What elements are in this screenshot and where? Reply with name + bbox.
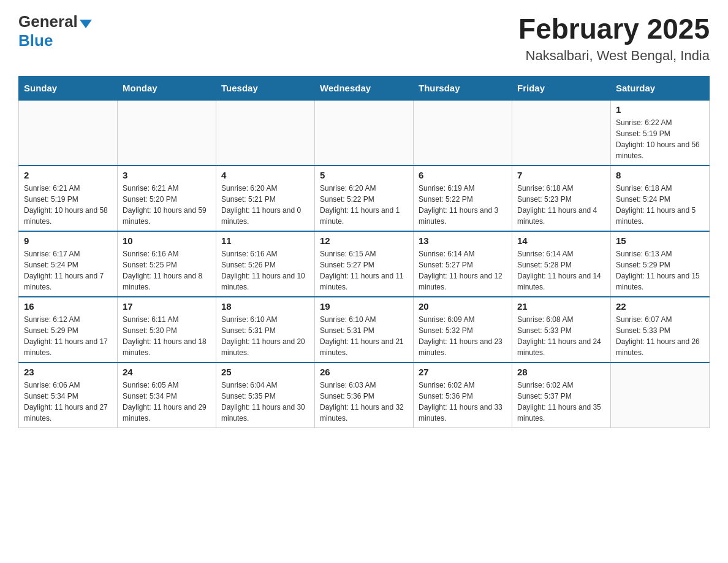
calendar-cell: 28Sunrise: 6:02 AM Sunset: 5:37 PM Dayli… xyxy=(512,362,611,428)
day-info: Sunrise: 6:07 AM Sunset: 5:33 PM Dayligh… xyxy=(616,314,704,358)
logo: General Blue xyxy=(18,12,92,50)
day-info: Sunrise: 6:10 AM Sunset: 5:31 PM Dayligh… xyxy=(320,314,408,358)
calendar-cell: 26Sunrise: 6:03 AM Sunset: 5:36 PM Dayli… xyxy=(315,362,414,428)
calendar-cell xyxy=(118,100,216,166)
calendar-cell: 17Sunrise: 6:11 AM Sunset: 5:30 PM Dayli… xyxy=(118,297,216,362)
calendar-cell: 5Sunrise: 6:20 AM Sunset: 5:22 PM Daylig… xyxy=(315,166,414,231)
day-number: 10 xyxy=(123,236,211,246)
day-number: 9 xyxy=(24,236,112,246)
calendar-cell xyxy=(414,100,512,166)
calendar-cell: 14Sunrise: 6:14 AM Sunset: 5:28 PM Dayli… xyxy=(512,231,611,297)
calendar-cell: 25Sunrise: 6:04 AM Sunset: 5:35 PM Dayli… xyxy=(216,362,315,428)
day-number: 27 xyxy=(419,367,507,377)
calendar-cell xyxy=(315,100,414,166)
day-number: 3 xyxy=(123,170,211,180)
day-info: Sunrise: 6:15 AM Sunset: 5:27 PM Dayligh… xyxy=(320,248,408,293)
calendar-header-sunday: Sunday xyxy=(19,77,118,101)
day-number: 19 xyxy=(320,301,408,312)
calendar-cell: 16Sunrise: 6:12 AM Sunset: 5:29 PM Dayli… xyxy=(19,297,118,362)
day-number: 2 xyxy=(24,170,112,180)
day-info: Sunrise: 6:11 AM Sunset: 5:30 PM Dayligh… xyxy=(123,314,211,358)
day-info: Sunrise: 6:10 AM Sunset: 5:31 PM Dayligh… xyxy=(221,314,309,358)
day-number: 11 xyxy=(221,236,309,246)
day-number: 21 xyxy=(517,301,605,312)
calendar-cell xyxy=(611,362,710,428)
calendar-week-4: 16Sunrise: 6:12 AM Sunset: 5:29 PM Dayli… xyxy=(19,297,710,362)
day-number: 13 xyxy=(419,236,507,246)
calendar-cell: 20Sunrise: 6:09 AM Sunset: 5:32 PM Dayli… xyxy=(414,297,512,362)
day-number: 15 xyxy=(616,236,704,246)
day-number: 12 xyxy=(320,236,408,246)
calendar-header-row: SundayMondayTuesdayWednesdayThursdayFrid… xyxy=(19,77,710,101)
calendar-header-thursday: Thursday xyxy=(414,77,512,101)
calendar-cell: 22Sunrise: 6:07 AM Sunset: 5:33 PM Dayli… xyxy=(611,297,710,362)
day-info: Sunrise: 6:20 AM Sunset: 5:22 PM Dayligh… xyxy=(320,183,408,227)
calendar-cell xyxy=(216,100,315,166)
day-info: Sunrise: 6:12 AM Sunset: 5:29 PM Dayligh… xyxy=(24,314,112,358)
day-info: Sunrise: 6:19 AM Sunset: 5:22 PM Dayligh… xyxy=(419,183,507,227)
calendar-header-wednesday: Wednesday xyxy=(315,77,414,101)
logo-blue-text: Blue xyxy=(18,31,53,50)
calendar-cell: 13Sunrise: 6:14 AM Sunset: 5:27 PM Dayli… xyxy=(414,231,512,297)
day-info: Sunrise: 6:14 AM Sunset: 5:28 PM Dayligh… xyxy=(517,248,605,293)
day-info: Sunrise: 6:17 AM Sunset: 5:24 PM Dayligh… xyxy=(24,248,112,293)
day-info: Sunrise: 6:16 AM Sunset: 5:25 PM Dayligh… xyxy=(123,248,211,293)
calendar-cell: 24Sunrise: 6:05 AM Sunset: 5:34 PM Dayli… xyxy=(118,362,216,428)
day-number: 5 xyxy=(320,170,408,180)
calendar-cell: 10Sunrise: 6:16 AM Sunset: 5:25 PM Dayli… xyxy=(118,231,216,297)
day-number: 18 xyxy=(221,301,309,312)
day-number: 25 xyxy=(221,367,309,377)
calendar-cell: 21Sunrise: 6:08 AM Sunset: 5:33 PM Dayli… xyxy=(512,297,611,362)
day-info: Sunrise: 6:21 AM Sunset: 5:19 PM Dayligh… xyxy=(24,183,112,227)
day-info: Sunrise: 6:04 AM Sunset: 5:35 PM Dayligh… xyxy=(221,380,309,424)
title-block: February 2025 Naksalbari, West Bengal, I… xyxy=(518,12,710,64)
calendar-cell: 7Sunrise: 6:18 AM Sunset: 5:23 PM Daylig… xyxy=(512,166,611,231)
calendar-header-monday: Monday xyxy=(118,77,216,101)
day-number: 20 xyxy=(419,301,507,312)
day-number: 6 xyxy=(419,170,507,180)
calendar-header-friday: Friday xyxy=(512,77,611,101)
calendar-header-tuesday: Tuesday xyxy=(216,77,315,101)
day-info: Sunrise: 6:18 AM Sunset: 5:23 PM Dayligh… xyxy=(517,183,605,227)
day-info: Sunrise: 6:16 AM Sunset: 5:26 PM Dayligh… xyxy=(221,248,309,293)
calendar-cell xyxy=(19,100,118,166)
page-header: General Blue February 2025 Naksalbari, W… xyxy=(18,12,710,64)
day-number: 1 xyxy=(616,104,704,115)
calendar-week-5: 23Sunrise: 6:06 AM Sunset: 5:34 PM Dayli… xyxy=(19,362,710,428)
day-number: 4 xyxy=(221,170,309,180)
calendar-cell: 3Sunrise: 6:21 AM Sunset: 5:20 PM Daylig… xyxy=(118,166,216,231)
calendar-week-2: 2Sunrise: 6:21 AM Sunset: 5:19 PM Daylig… xyxy=(19,166,710,231)
calendar-cell: 9Sunrise: 6:17 AM Sunset: 5:24 PM Daylig… xyxy=(19,231,118,297)
day-info: Sunrise: 6:05 AM Sunset: 5:34 PM Dayligh… xyxy=(123,380,211,424)
logo-general-text: General xyxy=(18,12,78,31)
calendar-cell: 6Sunrise: 6:19 AM Sunset: 5:22 PM Daylig… xyxy=(414,166,512,231)
day-number: 14 xyxy=(517,236,605,246)
calendar-table: SundayMondayTuesdayWednesdayThursdayFrid… xyxy=(18,76,710,428)
calendar-week-3: 9Sunrise: 6:17 AM Sunset: 5:24 PM Daylig… xyxy=(19,231,710,297)
logo-arrow-icon xyxy=(80,20,92,28)
calendar-cell: 2Sunrise: 6:21 AM Sunset: 5:19 PM Daylig… xyxy=(19,166,118,231)
day-number: 17 xyxy=(123,301,211,312)
calendar-cell: 8Sunrise: 6:18 AM Sunset: 5:24 PM Daylig… xyxy=(611,166,710,231)
calendar-cell xyxy=(512,100,611,166)
calendar-header-saturday: Saturday xyxy=(611,77,710,101)
day-info: Sunrise: 6:02 AM Sunset: 5:37 PM Dayligh… xyxy=(517,380,605,424)
calendar-cell: 4Sunrise: 6:20 AM Sunset: 5:21 PM Daylig… xyxy=(216,166,315,231)
day-number: 7 xyxy=(517,170,605,180)
day-info: Sunrise: 6:21 AM Sunset: 5:20 PM Dayligh… xyxy=(123,183,211,227)
day-number: 28 xyxy=(517,367,605,377)
day-number: 24 xyxy=(123,367,211,377)
day-info: Sunrise: 6:02 AM Sunset: 5:36 PM Dayligh… xyxy=(419,380,507,424)
location-title: Naksalbari, West Bengal, India xyxy=(518,48,710,64)
calendar-cell: 18Sunrise: 6:10 AM Sunset: 5:31 PM Dayli… xyxy=(216,297,315,362)
day-number: 22 xyxy=(616,301,704,312)
day-info: Sunrise: 6:14 AM Sunset: 5:27 PM Dayligh… xyxy=(419,248,507,293)
day-info: Sunrise: 6:20 AM Sunset: 5:21 PM Dayligh… xyxy=(221,183,309,227)
day-info: Sunrise: 6:22 AM Sunset: 5:19 PM Dayligh… xyxy=(616,117,704,161)
day-info: Sunrise: 6:06 AM Sunset: 5:34 PM Dayligh… xyxy=(24,380,112,424)
day-info: Sunrise: 6:13 AM Sunset: 5:29 PM Dayligh… xyxy=(616,248,704,293)
day-info: Sunrise: 6:09 AM Sunset: 5:32 PM Dayligh… xyxy=(419,314,507,358)
calendar-cell: 11Sunrise: 6:16 AM Sunset: 5:26 PM Dayli… xyxy=(216,231,315,297)
day-info: Sunrise: 6:18 AM Sunset: 5:24 PM Dayligh… xyxy=(616,183,704,227)
calendar-cell: 27Sunrise: 6:02 AM Sunset: 5:36 PM Dayli… xyxy=(414,362,512,428)
